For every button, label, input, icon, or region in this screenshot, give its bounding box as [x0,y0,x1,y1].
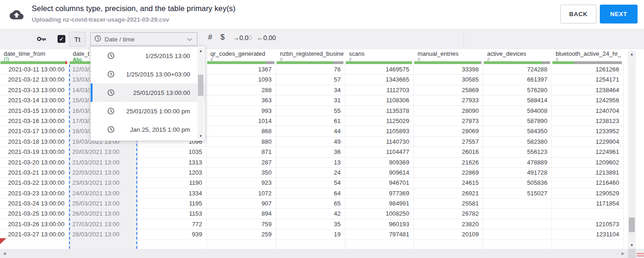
date-format-option[interactable]: 1/25/2015 13:00+03:00 [91,65,205,83]
cell [552,209,624,219]
column-name: bluetooth_active_24_hr_ [556,50,621,57]
cell: 909369 [345,158,414,168]
text-type-button[interactable]: Tt [69,32,86,47]
cell: 759 [207,219,276,229]
cell: 1105893 [345,126,414,136]
cell: 30585 [414,75,483,85]
cell: 1261266 [552,64,624,75]
cell: 24/03/2021 13:00 [69,188,138,199]
cell: 1254171 [552,75,624,85]
cell: 2021-03-27 13:00:00 [0,229,69,240]
table-row: 2021-03-25 13:00:0026/03/2021 13:0011538… [0,209,624,219]
cell: 1242956 [552,95,624,106]
vertical-scroll-thumb[interactable] [629,217,635,232]
type-select-value: Date / time [104,36,187,43]
cell: 2021-03-13 13:00:00 [0,85,69,95]
column-name: nzbn_registered_busine [280,50,343,57]
cell: 1334 [138,188,207,199]
next-button[interactable]: NEXT [600,5,638,23]
option-label: Jan 25, 2015 1:00 pm [115,126,205,133]
cell: 894 [207,209,276,219]
cell: 13 [276,158,345,168]
cell: 724288 [483,64,552,75]
column-header-bluetooth_active_24_hr_[interactable]: bluetooth_active_24_hr_ # [552,49,624,64]
dropdown-scroll-down-icon[interactable]: ▼ [197,134,204,138]
cell: 1112703 [345,85,414,95]
cell: 24 [276,168,345,178]
cell: 1224961 [552,147,624,157]
cell: 1195 [138,199,207,209]
cell: 505836 [483,178,552,188]
currency-type-button[interactable]: $ [220,33,225,41]
cell: 20109 [414,229,483,240]
cell: 350 [207,168,276,178]
option-label: 1/25/2015 13:00+03:00 [115,71,205,78]
column-header-qr_codes_generated[interactable]: qr_codes_generated # [207,49,276,64]
date-format-option[interactable]: 25/01/2015 1:00:00 pm [91,102,205,120]
decrease-decimals-button[interactable]: ←0.00 [257,34,276,41]
scroll-down-icon[interactable]: ▼ [628,243,636,247]
column-header-scans[interactable]: scans # [345,49,414,64]
cell: 2021-03-20 13:00:00 [0,158,69,168]
cell: 587890 [483,116,552,126]
cell: 65 [276,199,345,209]
scroll-up-icon[interactable]: ▲ [628,52,636,56]
dropdown-scroll-thumb[interactable] [198,75,203,96]
cell: 42 [276,209,345,219]
column-name: scans [349,50,365,57]
column-quality-bar [277,61,343,64]
cell: 31 [276,95,345,106]
cell: 1231104 [552,229,624,240]
primary-key-icon[interactable] [37,35,46,43]
cell: 556123 [483,147,552,157]
import-wizard-screen: Select columns type, precision, and the … [0,0,644,258]
date-format-option[interactable]: Jan 25, 2015 1:00 pm [91,120,205,139]
type-select[interactable]: Date / time [90,32,197,46]
column-header-nzbn_registered_busine[interactable]: nzbn_registered_busine # [276,49,345,64]
cell: 1104477 [345,147,414,157]
cell: 1072 [207,188,276,199]
increase-decimals-button[interactable]: →0.00 [233,34,252,41]
date-format-option[interactable]: 1/25/2015 13:00 [91,47,205,65]
cell: 1153 [138,209,207,219]
cell: 2021-03-21 13:00:00 [0,168,69,178]
scroll-right-icon[interactable]: ▶ [621,251,625,256]
cell: 28/03/2021 13:00 [69,229,138,240]
cell: 1238464 [552,85,624,95]
cell: 27/03/2021 13:00 [69,219,138,229]
back-button[interactable]: BACK [560,5,597,23]
cell [483,199,552,209]
column-header-active_devices[interactable]: active_devices # [483,49,552,64]
cell: 20/03/2021 13:00 [69,147,138,157]
cell: 54 [276,178,345,188]
table-row: 2021-03-19 13:00:0020/03/2021 13:0010358… [0,147,624,157]
cell: 26/03/2021 13:00 [69,209,138,219]
cell: 27873 [414,116,483,126]
cell: 22869 [414,168,483,178]
cell: 1008250 [345,209,414,219]
cell: 19 [276,229,345,240]
cell: 478889 [483,158,552,168]
option-label: 1/25/2015 13:00 [115,53,205,59]
empty-cell [276,240,345,249]
page-title: Select columns type, precision, and the … [32,4,236,13]
scroll-left-icon[interactable]: ◀ [3,251,6,256]
cell: 993 [207,106,276,116]
boolean-type-checkbox[interactable]: ✓ [58,35,65,43]
cell: 76 [276,64,345,75]
cell: 1290529 [552,188,624,199]
column-header-manual_entries[interactable]: manual_entries # [414,49,483,64]
dropdown-scroll-up-icon[interactable]: ▲ [197,49,204,53]
cell: 582380 [483,137,552,147]
cell: 1035 [138,147,207,157]
clock-icon [107,70,115,78]
numeric-type-button[interactable]: # [208,33,212,41]
clock-icon [107,52,115,59]
cell: 2021-03-19 13:00:00 [0,147,69,157]
option-label: 25/01/2015 13:00:00 [115,89,205,96]
date-format-option[interactable]: 25/01/2015 13:00:00 [91,83,205,102]
column-header-date_time_from[interactable]: date_time_from [0,49,69,64]
cell: 1125029 [345,116,414,126]
cell: 61 [276,116,345,126]
column-quality-bar [0,61,67,64]
